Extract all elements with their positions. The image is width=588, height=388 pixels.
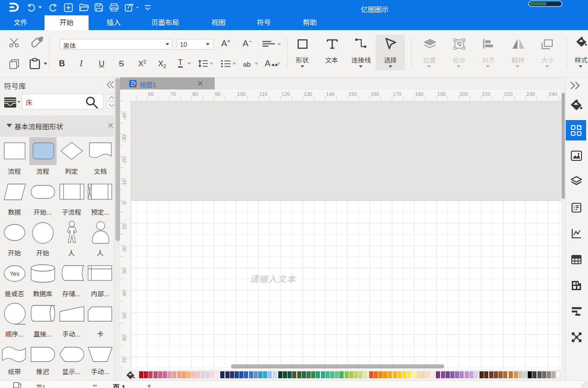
svg-text:Yes: Yes — [10, 270, 20, 277]
